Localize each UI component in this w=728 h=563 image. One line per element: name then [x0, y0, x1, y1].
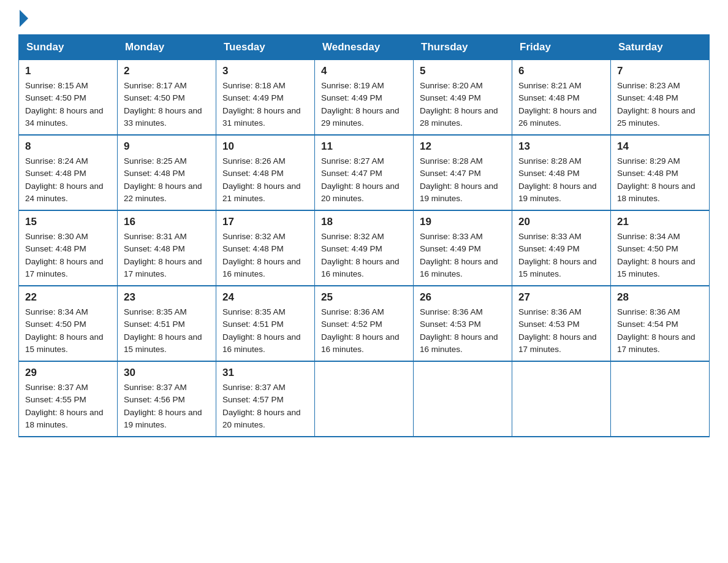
day-info: Sunrise: 8:30 AMSunset: 4:48 PMDaylight:…	[25, 231, 111, 280]
day-number: 26	[420, 291, 506, 304]
header-thursday: Thursday	[414, 35, 512, 60]
day-info: Sunrise: 8:35 AMSunset: 4:51 PMDaylight:…	[124, 306, 210, 356]
day-number: 25	[321, 291, 407, 304]
logo-arrow-icon	[20, 10, 28, 27]
day-number: 18	[321, 216, 407, 228]
calendar-cell: 8Sunrise: 8:24 AMSunset: 4:48 PMDaylight…	[19, 135, 118, 210]
calendar-cell: 29Sunrise: 8:37 AMSunset: 4:55 PMDayligh…	[19, 361, 118, 437]
calendar-week-row: 1Sunrise: 8:15 AMSunset: 4:50 PMDaylight…	[19, 60, 710, 136]
day-info: Sunrise: 8:19 AMSunset: 4:49 PMDaylight:…	[321, 80, 407, 129]
day-info: Sunrise: 8:34 AMSunset: 4:50 PMDaylight:…	[25, 306, 111, 356]
calendar-week-row: 29Sunrise: 8:37 AMSunset: 4:55 PMDayligh…	[19, 361, 710, 437]
day-info: Sunrise: 8:20 AMSunset: 4:49 PMDaylight:…	[420, 80, 506, 129]
calendar-cell: 5Sunrise: 8:20 AMSunset: 4:49 PMDaylight…	[414, 60, 512, 136]
page-header	[18, 12, 710, 22]
calendar-cell: 25Sunrise: 8:36 AMSunset: 4:52 PMDayligh…	[315, 286, 414, 361]
calendar-cell: 9Sunrise: 8:25 AMSunset: 4:48 PMDaylight…	[118, 135, 216, 210]
calendar-cell	[414, 361, 512, 437]
calendar-cell: 15Sunrise: 8:30 AMSunset: 4:48 PMDayligh…	[19, 210, 118, 286]
day-info: Sunrise: 8:18 AMSunset: 4:49 PMDaylight:…	[222, 80, 308, 129]
header-friday: Friday	[512, 35, 611, 60]
day-info: Sunrise: 8:36 AMSunset: 4:52 PMDaylight:…	[321, 306, 407, 356]
day-number: 21	[617, 216, 703, 228]
day-number: 16	[124, 216, 210, 228]
day-number: 5	[420, 65, 506, 77]
header-sunday: Sunday	[19, 35, 118, 60]
day-info: Sunrise: 8:31 AMSunset: 4:48 PMDaylight:…	[124, 231, 210, 280]
day-info: Sunrise: 8:35 AMSunset: 4:51 PMDaylight:…	[222, 306, 308, 356]
day-info: Sunrise: 8:25 AMSunset: 4:48 PMDaylight:…	[124, 155, 210, 205]
calendar-cell: 6Sunrise: 8:21 AMSunset: 4:48 PMDaylight…	[512, 60, 611, 136]
day-number: 13	[518, 140, 604, 153]
day-number: 14	[617, 140, 703, 153]
day-info: Sunrise: 8:28 AMSunset: 4:48 PMDaylight:…	[518, 155, 604, 205]
day-info: Sunrise: 8:27 AMSunset: 4:47 PMDaylight:…	[321, 155, 407, 205]
calendar-cell: 24Sunrise: 8:35 AMSunset: 4:51 PMDayligh…	[216, 286, 315, 361]
day-number: 3	[222, 65, 308, 77]
day-info: Sunrise: 8:29 AMSunset: 4:48 PMDaylight:…	[617, 155, 703, 205]
header-wednesday: Wednesday	[315, 35, 414, 60]
day-number: 10	[222, 140, 308, 153]
day-info: Sunrise: 8:17 AMSunset: 4:50 PMDaylight:…	[124, 80, 210, 129]
calendar-cell: 14Sunrise: 8:29 AMSunset: 4:48 PMDayligh…	[611, 135, 710, 210]
calendar-cell: 18Sunrise: 8:32 AMSunset: 4:49 PMDayligh…	[315, 210, 414, 286]
calendar-cell: 2Sunrise: 8:17 AMSunset: 4:50 PMDaylight…	[118, 60, 216, 136]
day-info: Sunrise: 8:33 AMSunset: 4:49 PMDaylight:…	[518, 231, 604, 280]
day-info: Sunrise: 8:37 AMSunset: 4:55 PMDaylight:…	[25, 381, 111, 431]
header-tuesday: Tuesday	[216, 35, 315, 60]
calendar-cell	[611, 361, 710, 437]
calendar-week-row: 15Sunrise: 8:30 AMSunset: 4:48 PMDayligh…	[19, 210, 710, 286]
day-number: 31	[222, 367, 308, 379]
calendar-cell: 20Sunrise: 8:33 AMSunset: 4:49 PMDayligh…	[512, 210, 611, 286]
calendar-cell: 27Sunrise: 8:36 AMSunset: 4:53 PMDayligh…	[512, 286, 611, 361]
calendar-cell	[512, 361, 611, 437]
day-info: Sunrise: 8:32 AMSunset: 4:49 PMDaylight:…	[321, 231, 407, 280]
day-number: 30	[124, 367, 210, 379]
day-number: 20	[518, 216, 604, 228]
day-info: Sunrise: 8:36 AMSunset: 4:53 PMDaylight:…	[420, 306, 506, 356]
day-info: Sunrise: 8:37 AMSunset: 4:57 PMDaylight:…	[222, 381, 308, 431]
logo	[18, 12, 28, 22]
day-info: Sunrise: 8:23 AMSunset: 4:48 PMDaylight:…	[617, 80, 703, 129]
header-saturday: Saturday	[611, 35, 710, 60]
header-monday: Monday	[118, 35, 216, 60]
day-info: Sunrise: 8:15 AMSunset: 4:50 PMDaylight:…	[25, 80, 111, 129]
day-number: 27	[518, 291, 604, 304]
day-info: Sunrise: 8:33 AMSunset: 4:49 PMDaylight:…	[420, 231, 506, 280]
calendar-header-row: SundayMondayTuesdayWednesdayThursdayFrid…	[19, 35, 710, 60]
day-number: 12	[420, 140, 506, 153]
day-number: 15	[25, 216, 111, 228]
day-number: 29	[25, 367, 111, 379]
day-number: 11	[321, 140, 407, 153]
day-number: 22	[25, 291, 111, 304]
calendar-cell: 4Sunrise: 8:19 AMSunset: 4:49 PMDaylight…	[315, 60, 414, 136]
day-number: 9	[124, 140, 210, 153]
day-number: 4	[321, 65, 407, 77]
day-number: 19	[420, 216, 506, 228]
calendar-cell: 31Sunrise: 8:37 AMSunset: 4:57 PMDayligh…	[216, 361, 315, 437]
calendar-cell: 26Sunrise: 8:36 AMSunset: 4:53 PMDayligh…	[414, 286, 512, 361]
day-info: Sunrise: 8:24 AMSunset: 4:48 PMDaylight:…	[25, 155, 111, 205]
calendar-cell: 3Sunrise: 8:18 AMSunset: 4:49 PMDaylight…	[216, 60, 315, 136]
day-info: Sunrise: 8:32 AMSunset: 4:48 PMDaylight:…	[222, 231, 308, 280]
calendar-week-row: 22Sunrise: 8:34 AMSunset: 4:50 PMDayligh…	[19, 286, 710, 361]
day-info: Sunrise: 8:36 AMSunset: 4:54 PMDaylight:…	[617, 306, 703, 356]
calendar-cell: 11Sunrise: 8:27 AMSunset: 4:47 PMDayligh…	[315, 135, 414, 210]
day-number: 1	[25, 65, 111, 77]
day-info: Sunrise: 8:36 AMSunset: 4:53 PMDaylight:…	[518, 306, 604, 356]
calendar-cell: 22Sunrise: 8:34 AMSunset: 4:50 PMDayligh…	[19, 286, 118, 361]
day-number: 24	[222, 291, 308, 304]
calendar-cell: 10Sunrise: 8:26 AMSunset: 4:48 PMDayligh…	[216, 135, 315, 210]
calendar-cell: 7Sunrise: 8:23 AMSunset: 4:48 PMDaylight…	[611, 60, 710, 136]
calendar-week-row: 8Sunrise: 8:24 AMSunset: 4:48 PMDaylight…	[19, 135, 710, 210]
calendar-cell: 1Sunrise: 8:15 AMSunset: 4:50 PMDaylight…	[19, 60, 118, 136]
calendar-cell: 13Sunrise: 8:28 AMSunset: 4:48 PMDayligh…	[512, 135, 611, 210]
day-number: 7	[617, 65, 703, 77]
calendar-cell: 19Sunrise: 8:33 AMSunset: 4:49 PMDayligh…	[414, 210, 512, 286]
day-number: 23	[124, 291, 210, 304]
calendar-cell: 30Sunrise: 8:37 AMSunset: 4:56 PMDayligh…	[118, 361, 216, 437]
day-number: 17	[222, 216, 308, 228]
calendar-cell	[315, 361, 414, 437]
calendar-cell: 21Sunrise: 8:34 AMSunset: 4:50 PMDayligh…	[611, 210, 710, 286]
day-number: 28	[617, 291, 703, 304]
